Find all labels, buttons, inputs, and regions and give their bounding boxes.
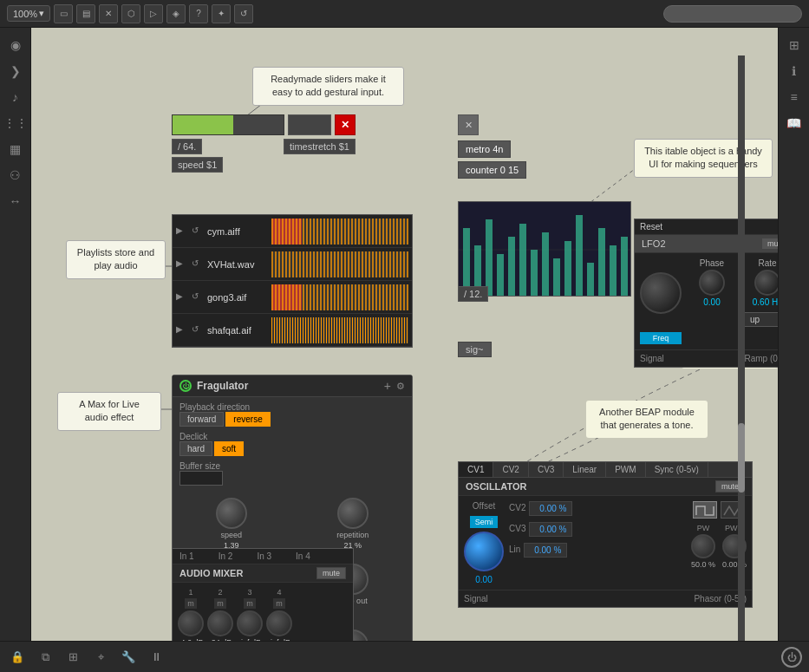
repetition-knob[interactable] [337, 498, 369, 529]
zoom-control[interactable]: 100% ▾ [7, 5, 50, 22]
lfo-rate-knob[interactable] [754, 270, 778, 296]
lfo-mute-button[interactable]: mute [761, 238, 778, 250]
svg-rect-20 [621, 237, 628, 296]
play-button-1[interactable]: ▶ [176, 225, 188, 238]
loop-button-3[interactable]: ↺ [192, 291, 204, 303]
loop-button-4[interactable]: ↺ [192, 324, 204, 336]
toolbar-icon-9[interactable]: ↺ [234, 4, 253, 23]
slider-track[interactable] [172, 114, 284, 135]
bottom-icon-layers[interactable]: ⧉ [35, 647, 55, 668]
toolbar-icon-4[interactable]: ⬡ [121, 4, 140, 23]
lfo-freq-button[interactable]: Freq [640, 332, 682, 344]
toolbar-icon-6[interactable]: ◈ [166, 4, 186, 23]
ch-knob-2[interactable] [207, 610, 233, 636]
itable-svg [459, 202, 630, 296]
search-input[interactable] [663, 5, 802, 23]
toolbar-icon-2[interactable]: ▤ [76, 4, 95, 23]
tab-cv3[interactable]: CV3 [529, 462, 564, 477]
mixer-mute-button[interactable]: mute [316, 567, 346, 579]
reverse-button[interactable]: reverse [225, 412, 270, 427]
bottom-icon-cursor[interactable]: ⌖ [90, 647, 111, 668]
oscillator-semi-button[interactable]: Semi [470, 516, 499, 528]
playlist-item-1[interactable]: ▶ ↺ cym.aiff [173, 215, 412, 248]
sidebar-icon-image[interactable]: ▦ [5, 139, 26, 160]
lfo-reset-button[interactable]: Reset [635, 219, 778, 235]
right-icon-info[interactable]: ℹ [784, 61, 805, 82]
sidebar-icon-link[interactable]: ⚇ [5, 165, 26, 186]
right-icon-lines[interactable]: ≡ [784, 87, 805, 108]
sidebar-icon-circle[interactable]: ◉ [5, 35, 26, 55]
toolbar-icon-8[interactable]: ✦ [212, 4, 231, 23]
soft-button[interactable]: soft [214, 441, 244, 456]
itable-widget[interactable] [458, 201, 631, 297]
speed-knob[interactable] [216, 498, 247, 529]
lfo-signal-label: Signal [640, 354, 664, 363]
toolbar-icon-5[interactable]: ▷ [144, 4, 163, 23]
lfo-main-knob[interactable] [640, 272, 682, 314]
ch-knob-3[interactable] [237, 610, 263, 636]
vertical-scrollbar[interactable] [738, 55, 745, 641]
right-icon-grid[interactable]: ⊞ [784, 35, 805, 55]
play-button-4[interactable]: ▶ [176, 324, 188, 336]
oscillator-main-knob[interactable] [464, 532, 504, 571]
hard-button[interactable]: hard [179, 441, 212, 456]
oscillator-title: OSCILLATOR [466, 481, 526, 492]
tab-linear[interactable]: Linear [564, 462, 606, 477]
ch-m-1[interactable]: m [185, 598, 197, 609]
bottom-icon-lock[interactable]: 🔒 [7, 647, 28, 668]
bottom-icon-wrench[interactable]: 🔧 [118, 647, 139, 668]
toolbar-icon-7[interactable]: ? [189, 4, 208, 23]
tab-cv2[interactable]: CV2 [493, 462, 528, 477]
forward-button[interactable]: forward [179, 412, 224, 427]
cv3-value: 0.00 % [529, 522, 572, 537]
sig-container: sig~ [458, 342, 492, 357]
tab-pwm[interactable]: PWM [606, 462, 645, 477]
pw-knob[interactable] [691, 534, 715, 558]
toolbar-icon-3[interactable]: ✕ [99, 4, 118, 23]
loop-button-2[interactable]: ↺ [192, 258, 204, 271]
bottom-icon-pause[interactable]: ⏸ [146, 647, 166, 668]
annotation-beap-tone: Another BEAP module that generates a ton… [586, 401, 708, 438]
lfo-rate-value: 0.60 Hz [753, 297, 778, 307]
power-button[interactable]: ⏻ [781, 647, 802, 668]
lfo-phase-knob[interactable] [699, 270, 725, 296]
ch-m-3[interactable]: m [244, 598, 256, 609]
sidebar-icon-dots[interactable]: ⋮⋮ [5, 113, 26, 134]
fragulator-settings-button[interactable]: ⚙ [396, 381, 405, 392]
direction-label: Playback direction [179, 402, 405, 412]
fragulator-power-button[interactable]: ⏻ [179, 380, 192, 392]
wave-shape-1[interactable] [693, 501, 717, 519]
toolbar-icon-1[interactable]: ▭ [54, 4, 73, 23]
fragulator-add-button[interactable]: + [384, 379, 391, 393]
lfo-body: Phase 0.00 Rate 0.60 Hz up Freq [635, 253, 778, 349]
cv2-value: 0.00 % [529, 501, 572, 516]
ch-m-4[interactable]: m [273, 598, 285, 609]
sidebar-icon-chevron[interactable]: ❯ [5, 61, 26, 82]
playlist-item-2[interactable]: ▶ ↺ XVHat.wav [173, 248, 412, 281]
tab-cv1[interactable]: CV1 [459, 462, 493, 477]
fragulator-body: Playback direction forward reverse Decli… [173, 397, 412, 491]
buffer-size-input[interactable]: 30 [179, 471, 223, 486]
zoom-dropdown-icon[interactable]: ▾ [39, 8, 44, 19]
wave-svg-1 [695, 503, 715, 517]
play-button-3[interactable]: ▶ [176, 291, 188, 303]
sidebar-icon-music[interactable]: ♪ [5, 87, 26, 108]
sidebar-icon-arrow[interactable]: ↔ [5, 191, 26, 212]
playlist-item-4[interactable]: ▶ ↺ shafqat.aif [173, 314, 412, 347]
loop-button-1[interactable]: ↺ [192, 225, 204, 238]
metro-close-button[interactable]: ✕ [458, 114, 479, 135]
slider-close-button[interactable]: ✕ [335, 114, 356, 135]
ch-knob-1[interactable] [178, 610, 204, 636]
repetition-knob-group: repetition 21 % [336, 498, 369, 550]
right-icon-book[interactable]: 📖 [784, 113, 805, 134]
ch-knob-4[interactable] [266, 610, 292, 636]
ch-m-2[interactable]: m [214, 598, 226, 609]
slider-fill [173, 115, 233, 134]
annotation-slider: Readymade sliders make it easy to add ge… [252, 67, 404, 106]
scrollbar-thumb[interactable] [738, 423, 745, 493]
tab-sync[interactable]: Sync (0-5v) [646, 462, 708, 477]
play-button-2[interactable]: ▶ [176, 258, 188, 271]
bottom-icon-grid[interactable]: ⊞ [62, 647, 83, 668]
lfo-direction-select[interactable]: up [742, 312, 778, 327]
playlist-item-3[interactable]: ▶ ↺ gong3.aif [173, 281, 412, 314]
